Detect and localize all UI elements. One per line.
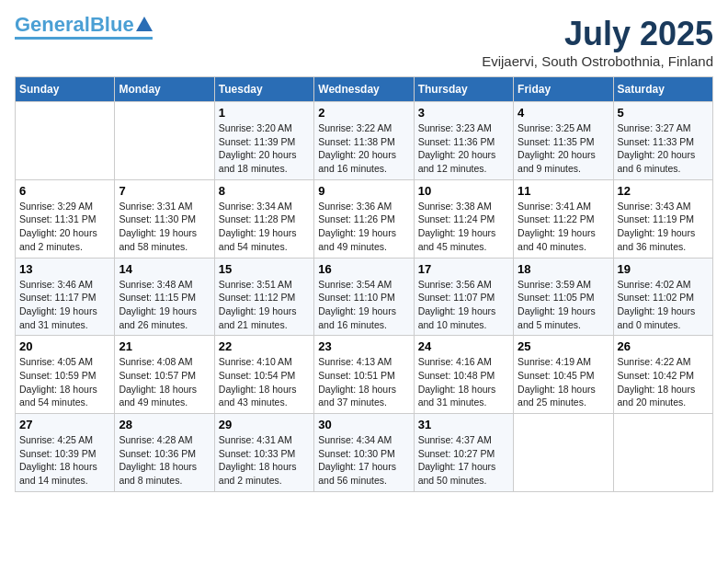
calendar-cell: 24Sunrise: 4:16 AMSunset: 10:48 PMDaylig… — [414, 336, 513, 414]
day-number: 30 — [318, 418, 409, 431]
day-number: 26 — [618, 339, 709, 353]
day-number: 16 — [318, 262, 409, 276]
day-number: 23 — [318, 339, 409, 353]
calendar-cell: 10Sunrise: 3:38 AMSunset: 11:24 PMDaylig… — [414, 179, 513, 258]
day-info: Sunrise: 4:37 AMSunset: 10:27 PMDaylight… — [418, 433, 509, 488]
day-number: 20 — [19, 339, 110, 353]
day-info: Sunrise: 3:51 AMSunset: 11:12 PMDaylight… — [219, 278, 310, 332]
title-area: July 2025 Evijaervi, South Ostrobothnia,… — [482, 15, 713, 69]
day-number: 8 — [219, 184, 310, 198]
day-info: Sunrise: 4:08 AMSunset: 10:57 PMDaylight… — [119, 355, 210, 409]
weekday-header-tuesday: Tuesday — [214, 77, 313, 102]
calendar-cell: 18Sunrise: 3:59 AMSunset: 11:05 PMDaylig… — [514, 258, 613, 336]
day-info: Sunrise: 3:25 AMSunset: 11:35 PMDaylight… — [518, 121, 609, 176]
calendar-cell: 16Sunrise: 3:54 AMSunset: 11:10 PMDaylig… — [314, 258, 414, 336]
day-info: Sunrise: 4:13 AMSunset: 10:51 PMDaylight… — [318, 355, 409, 409]
calendar-cell: 2Sunrise: 3:22 AMSunset: 11:38 PMDayligh… — [314, 102, 414, 180]
calendar-cell: 4Sunrise: 3:25 AMSunset: 11:35 PMDayligh… — [514, 102, 613, 180]
week-row-1: 1Sunrise: 3:20 AMSunset: 11:39 PMDayligh… — [16, 102, 713, 180]
calendar-cell: 28Sunrise: 4:28 AMSunset: 10:36 PMDaylig… — [115, 414, 214, 492]
day-number: 9 — [318, 184, 409, 198]
calendar-cell: 7Sunrise: 3:31 AMSunset: 11:30 PMDayligh… — [115, 179, 214, 258]
day-number: 24 — [418, 339, 509, 353]
page-header: GeneralBlue July 2025 Evijaervi, South O… — [15, 15, 713, 69]
day-number: 18 — [518, 262, 609, 276]
calendar-cell: 13Sunrise: 3:46 AMSunset: 11:17 PMDaylig… — [16, 258, 115, 336]
day-number: 7 — [119, 184, 210, 198]
day-info: Sunrise: 3:59 AMSunset: 11:05 PMDaylight… — [518, 278, 609, 332]
day-info: Sunrise: 3:38 AMSunset: 11:24 PMDaylight… — [418, 200, 509, 254]
calendar-cell: 8Sunrise: 3:34 AMSunset: 11:28 PMDayligh… — [214, 179, 313, 258]
day-info: Sunrise: 3:56 AMSunset: 11:07 PMDaylight… — [418, 278, 509, 332]
calendar-cell: 21Sunrise: 4:08 AMSunset: 10:57 PMDaylig… — [115, 336, 214, 414]
weekday-header-friday: Friday — [514, 77, 613, 102]
day-info: Sunrise: 4:34 AMSunset: 10:30 PMDaylight… — [318, 433, 409, 488]
calendar-cell: 12Sunrise: 3:43 AMSunset: 11:19 PMDaylig… — [613, 179, 712, 258]
calendar-cell: 9Sunrise: 3:36 AMSunset: 11:26 PMDayligh… — [314, 179, 414, 258]
day-number: 29 — [219, 418, 310, 431]
day-number: 15 — [219, 262, 310, 276]
calendar-cell: 15Sunrise: 3:51 AMSunset: 11:12 PMDaylig… — [214, 258, 313, 336]
day-number: 2 — [318, 106, 409, 120]
day-info: Sunrise: 4:10 AMSunset: 10:54 PMDaylight… — [219, 355, 310, 409]
location-title: Evijaervi, South Ostrobothnia, Finland — [482, 53, 713, 69]
calendar-cell: 22Sunrise: 4:10 AMSunset: 10:54 PMDaylig… — [214, 336, 313, 414]
day-number: 10 — [418, 184, 509, 198]
day-number: 5 — [618, 106, 709, 120]
day-info: Sunrise: 3:48 AMSunset: 11:15 PMDaylight… — [119, 278, 210, 332]
day-number: 27 — [19, 418, 110, 431]
day-number: 14 — [119, 262, 210, 276]
day-info: Sunrise: 3:20 AMSunset: 11:39 PMDaylight… — [219, 121, 310, 176]
day-info: Sunrise: 3:23 AMSunset: 11:36 PMDaylight… — [418, 121, 509, 176]
day-info: Sunrise: 4:16 AMSunset: 10:48 PMDaylight… — [418, 355, 509, 409]
day-info: Sunrise: 3:34 AMSunset: 11:28 PMDaylight… — [219, 200, 310, 254]
day-info: Sunrise: 4:31 AMSunset: 10:33 PMDaylight… — [219, 433, 310, 488]
day-info: Sunrise: 3:41 AMSunset: 11:22 PMDaylight… — [518, 200, 609, 254]
calendar-cell: 17Sunrise: 3:56 AMSunset: 11:07 PMDaylig… — [414, 258, 513, 336]
calendar-cell: 23Sunrise: 4:13 AMSunset: 10:51 PMDaylig… — [314, 336, 414, 414]
day-number: 22 — [219, 339, 310, 353]
calendar-cell: 11Sunrise: 3:41 AMSunset: 11:22 PMDaylig… — [514, 179, 613, 258]
day-number: 12 — [618, 184, 709, 198]
calendar-cell — [115, 102, 214, 180]
day-info: Sunrise: 3:54 AMSunset: 11:10 PMDaylight… — [318, 278, 409, 332]
day-info: Sunrise: 3:46 AMSunset: 11:17 PMDaylight… — [19, 278, 110, 332]
calendar-cell: 3Sunrise: 3:23 AMSunset: 11:36 PMDayligh… — [414, 102, 513, 180]
calendar-cell — [16, 102, 115, 180]
day-number: 4 — [518, 106, 609, 120]
day-number: 6 — [19, 184, 110, 198]
day-info: Sunrise: 4:05 AMSunset: 10:59 PMDaylight… — [19, 355, 110, 409]
week-row-4: 20Sunrise: 4:05 AMSunset: 10:59 PMDaylig… — [16, 336, 713, 414]
day-number: 3 — [418, 106, 509, 120]
calendar-cell: 5Sunrise: 3:27 AMSunset: 11:33 PMDayligh… — [613, 102, 712, 180]
day-info: Sunrise: 4:22 AMSunset: 10:42 PMDaylight… — [618, 355, 709, 409]
day-info: Sunrise: 3:31 AMSunset: 11:30 PMDaylight… — [119, 200, 210, 254]
weekday-header-thursday: Thursday — [414, 77, 513, 102]
calendar-cell: 6Sunrise: 3:29 AMSunset: 11:31 PMDayligh… — [16, 179, 115, 258]
day-number: 25 — [518, 339, 609, 353]
calendar-cell: 29Sunrise: 4:31 AMSunset: 10:33 PMDaylig… — [214, 414, 313, 492]
day-number: 31 — [418, 418, 509, 431]
calendar-cell — [613, 414, 712, 492]
day-info: Sunrise: 4:28 AMSunset: 10:36 PMDaylight… — [119, 433, 210, 488]
calendar-cell: 20Sunrise: 4:05 AMSunset: 10:59 PMDaylig… — [16, 336, 115, 414]
month-title: July 2025 — [482, 15, 713, 53]
calendar-cell: 1Sunrise: 3:20 AMSunset: 11:39 PMDayligh… — [214, 102, 313, 180]
calendar-cell: 30Sunrise: 4:34 AMSunset: 10:30 PMDaylig… — [314, 414, 414, 492]
day-number: 11 — [518, 184, 609, 198]
day-info: Sunrise: 4:02 AMSunset: 11:02 PMDaylight… — [618, 278, 709, 332]
weekday-header-sunday: Sunday — [16, 77, 115, 102]
day-info: Sunrise: 4:25 AMSunset: 10:39 PMDaylight… — [19, 433, 110, 488]
day-info: Sunrise: 3:22 AMSunset: 11:38 PMDaylight… — [318, 121, 409, 176]
logo-icon — [136, 17, 153, 31]
calendar-table: SundayMondayTuesdayWednesdayThursdayFrid… — [15, 76, 713, 492]
day-number: 28 — [119, 418, 210, 431]
calendar-cell: 31Sunrise: 4:37 AMSunset: 10:27 PMDaylig… — [414, 414, 513, 492]
week-row-2: 6Sunrise: 3:29 AMSunset: 11:31 PMDayligh… — [16, 179, 713, 258]
day-info: Sunrise: 3:43 AMSunset: 11:19 PMDaylight… — [618, 200, 709, 254]
weekday-header-monday: Monday — [115, 77, 214, 102]
calendar-cell: 27Sunrise: 4:25 AMSunset: 10:39 PMDaylig… — [16, 414, 115, 492]
day-info: Sunrise: 3:36 AMSunset: 11:26 PMDaylight… — [318, 200, 409, 254]
week-row-5: 27Sunrise: 4:25 AMSunset: 10:39 PMDaylig… — [16, 414, 713, 492]
calendar-cell: 25Sunrise: 4:19 AMSunset: 10:45 PMDaylig… — [514, 336, 613, 414]
